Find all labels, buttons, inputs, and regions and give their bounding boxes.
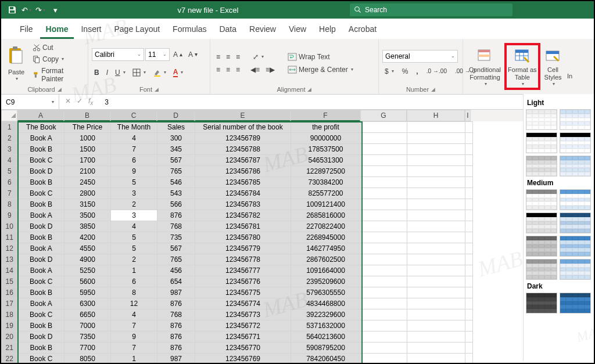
cell[interactable]: Book A (18, 298, 64, 309)
worksheet[interactable]: ABCDEFGHI 1The BookThe PriceThe MonthSal… (1, 110, 594, 364)
table-style-thumb[interactable] (526, 293, 557, 313)
cell[interactable] (407, 265, 465, 276)
clipboard-launcher-icon[interactable]: ◢ (58, 87, 62, 92)
cell[interactable] (361, 354, 407, 365)
cell[interactable] (465, 254, 473, 265)
cell[interactable]: 123456783 (195, 199, 291, 210)
cell[interactable]: 825577200 (291, 188, 361, 199)
cell[interactable]: 2100 (64, 166, 111, 177)
col-header-I[interactable]: I (465, 110, 471, 121)
row-header[interactable]: 10 (2, 221, 18, 232)
cell[interactable]: Book A (18, 265, 64, 276)
cell[interactable] (465, 232, 473, 243)
cell[interactable]: 5950 (64, 287, 111, 298)
cell[interactable]: Book B (18, 320, 64, 331)
cell[interactable] (465, 331, 473, 343)
insert-cells-button[interactable]: In (566, 52, 574, 81)
cell[interactable]: 4 (111, 133, 157, 144)
cell[interactable]: 876 (157, 320, 195, 331)
cell[interactable]: 735 (157, 232, 195, 243)
qat-more-icon[interactable]: ▾ (50, 5, 60, 15)
conditional-formatting-button[interactable]: Conditional Formatting▾ (467, 45, 503, 88)
cell[interactable]: Book B (18, 343, 64, 354)
copy-button[interactable]: Copy▾ (30, 54, 84, 64)
cell[interactable]: 7000 (64, 320, 111, 331)
tab-acrobat[interactable]: Acrobat (343, 22, 382, 39)
cell[interactable] (407, 144, 465, 155)
format-as-table-button[interactable]: Format as Table▾ (504, 43, 540, 91)
cell[interactable] (465, 155, 473, 166)
row-header[interactable]: 16 (2, 287, 18, 298)
row-header[interactable]: 17 (2, 298, 18, 309)
cell[interactable]: 6650 (64, 309, 111, 320)
cell[interactable]: 3 (111, 188, 157, 199)
cell[interactable]: 2268945000 (291, 232, 361, 243)
cell[interactable] (361, 343, 407, 354)
cell[interactable]: 123456789 (195, 133, 291, 144)
cell[interactable]: 3 (111, 210, 157, 221)
cell[interactable] (407, 331, 465, 343)
tab-view[interactable]: View (283, 22, 312, 39)
cell[interactable]: 7842060450 (291, 354, 361, 365)
cell[interactable]: 543 (157, 188, 195, 199)
row-header[interactable]: 7 (2, 188, 18, 199)
cut-button[interactable]: Cut (30, 42, 84, 53)
cell[interactable]: 123456787 (195, 155, 291, 166)
cell[interactable]: 765 (157, 254, 195, 265)
cell[interactable]: 1500 (64, 144, 111, 155)
cell[interactable]: 123456775 (195, 287, 291, 298)
col-header-D[interactable]: D (157, 110, 195, 121)
tab-help[interactable]: Help (313, 22, 342, 39)
cell[interactable]: 5908795200 (291, 343, 361, 354)
cell[interactable] (407, 276, 465, 287)
cell[interactable] (407, 122, 465, 133)
cell[interactable]: Book B (18, 144, 64, 155)
cell[interactable]: 1462774950 (291, 243, 361, 254)
cell[interactable]: 178537500 (291, 144, 361, 155)
cell[interactable]: 300 (157, 133, 195, 144)
cell[interactable] (407, 254, 465, 265)
cell[interactable] (465, 188, 473, 199)
select-all-corner[interactable] (1, 110, 17, 121)
percent-format-icon[interactable]: % (400, 66, 411, 77)
cell[interactable]: 456 (157, 265, 195, 276)
cell[interactable]: 1000 (64, 133, 111, 144)
orientation-icon[interactable]: ⤢▾ (250, 52, 266, 62)
cell[interactable]: 730384200 (291, 177, 361, 188)
cell[interactable] (407, 221, 465, 232)
merge-center-button[interactable]: Merge & Center▾ (285, 64, 356, 75)
underline-button[interactable]: U▾ (113, 67, 128, 78)
row-header[interactable]: 15 (2, 276, 18, 287)
cell[interactable] (465, 221, 473, 232)
cell[interactable]: 546531300 (291, 155, 361, 166)
cell[interactable]: 6300 (64, 298, 111, 309)
cell[interactable]: 765 (157, 166, 195, 177)
cell[interactable]: 123456781 (195, 221, 291, 232)
cell[interactable]: 876 (157, 210, 195, 221)
cell[interactable] (361, 177, 407, 188)
cell[interactable]: 5640213600 (291, 331, 361, 343)
cell[interactable] (361, 309, 407, 320)
col-header-H[interactable]: H (407, 110, 465, 121)
cell[interactable]: 4834468800 (291, 298, 361, 309)
col-header-B[interactable]: B (64, 110, 110, 121)
row-header[interactable]: 19 (2, 320, 18, 331)
col-header-F[interactable]: F (291, 110, 360, 121)
cell[interactable]: 5371632000 (291, 320, 361, 331)
align-right-icon[interactable]: ≡ (234, 64, 242, 75)
tab-review[interactable]: Review (243, 22, 282, 39)
increase-decimal-icon[interactable]: .0→.00 (424, 66, 449, 77)
cell[interactable]: 345 (157, 144, 195, 155)
increase-indent-icon[interactable]: ≡▶ (263, 64, 277, 75)
cell[interactable]: 123456777 (195, 265, 291, 276)
cell[interactable]: 1091664000 (291, 265, 361, 276)
align-center-icon[interactable]: ≡ (224, 64, 232, 75)
cell[interactable]: 876 (157, 298, 195, 309)
fx-icon[interactable]: fx (88, 97, 93, 106)
cell[interactable] (407, 155, 465, 166)
cell[interactable]: 4 (111, 221, 157, 232)
cell[interactable] (361, 199, 407, 210)
alignment-launcher-icon[interactable]: ◢ (307, 87, 311, 92)
cell[interactable] (465, 276, 473, 287)
cell[interactable] (361, 155, 407, 166)
